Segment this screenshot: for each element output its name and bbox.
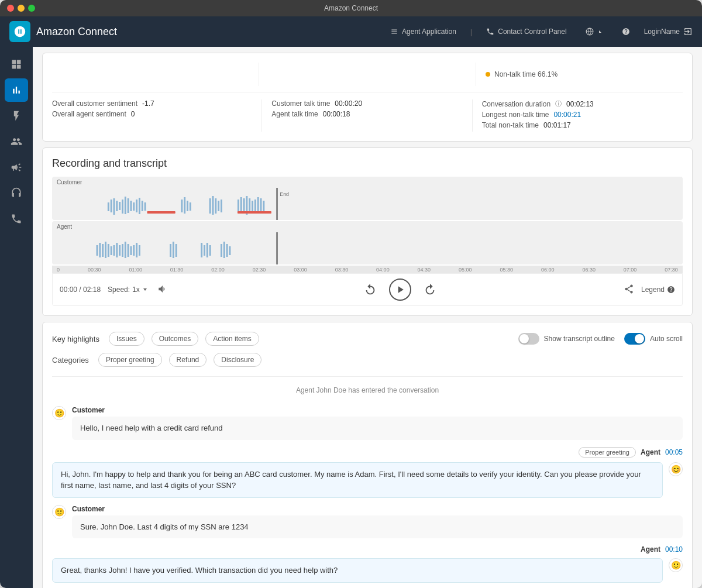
agent-waveform-label: Agent: [52, 221, 683, 232]
share-btn[interactable]: [624, 284, 634, 296]
timeline-mark-10: 05:00: [459, 267, 472, 273]
customer-waveform-label: Customer: [52, 177, 683, 188]
agent-sentiment-label: Overall agent sentiment: [52, 110, 126, 118]
sidebar-item-megaphone[interactable]: [5, 156, 28, 179]
agent-waveform: [52, 232, 683, 264]
transcript-list: Agent John Doe has entered the conversat…: [52, 381, 683, 583]
window-title: Amazon Connect: [324, 4, 378, 12]
sidebar-item-phone[interactable]: [5, 207, 28, 231]
customer-bubble: Hello, I need help with a credit card re…: [72, 417, 683, 440]
tag-issues[interactable]: Issues: [109, 332, 144, 346]
timeline-start: 0: [57, 267, 60, 273]
rewind-btn[interactable]: 10: [361, 280, 380, 299]
maximize-dot[interactable]: [28, 5, 35, 12]
svg-rect-41: [105, 242, 106, 258]
timeline-mark-15: 07:30: [665, 267, 678, 273]
cat-tag-refund[interactable]: Refund: [169, 353, 207, 367]
svg-rect-62: [223, 242, 225, 258]
total-nontalk-label: Total non-talk time: [482, 121, 539, 129]
auto-scroll-toggle[interactable]: [624, 333, 645, 345]
agent-sender-label: Agent: [641, 448, 660, 456]
svg-rect-5: [119, 202, 121, 210]
app-header: Amazon Connect Agent Application | Conta…: [0, 16, 702, 47]
svg-rect-48: [125, 242, 126, 258]
agent-time: 00:05: [665, 448, 683, 456]
svg-rect-15: [181, 200, 183, 212]
volume-btn[interactable]: [157, 284, 168, 296]
sidebar-item-lightning[interactable]: [5, 104, 28, 128]
help-btn[interactable]: [617, 25, 635, 38]
svg-rect-49: [128, 244, 129, 257]
legend-btn[interactable]: Legend: [641, 286, 675, 294]
auto-scroll-label: Auto scroll: [650, 335, 683, 343]
svg-rect-10: [133, 202, 135, 211]
svg-rect-1: [108, 202, 109, 211]
svg-rect-19: [209, 198, 211, 214]
speed-control: Speed: 1x: [108, 286, 148, 294]
tag-outcomes[interactable]: Outcomes: [152, 332, 199, 346]
svg-rect-58: [204, 245, 205, 256]
timeline-mark-4: 02:00: [211, 267, 225, 273]
cat-tag-disclosure[interactable]: Disclosure: [214, 353, 261, 367]
svg-rect-31: [257, 197, 259, 214]
sidebar-item-headset[interactable]: [5, 181, 28, 205]
table-row: Agent 00:10 Great, thanks John! I have y…: [52, 545, 683, 583]
transcript-divider: [52, 376, 683, 377]
non-talk-label: Non-talk time 66.1%: [494, 70, 558, 78]
sentiment-icon-2: 🙂: [52, 505, 66, 519]
cat-tag-greeting[interactable]: Proper greeting: [98, 353, 162, 367]
main-layout: Non-talk time 66.1% Overall customer sen…: [0, 47, 702, 588]
svg-rect-20: [212, 196, 214, 215]
svg-text:End: End: [280, 191, 289, 197]
user-menu[interactable]: LoginName: [644, 27, 693, 36]
svg-rect-57: [201, 243, 202, 257]
timeline: 0 00:30 01:00 01:30 02:00 02:30 03:00 03…: [52, 266, 683, 274]
close-dot[interactable]: [7, 5, 14, 12]
longest-nontalk-label: Longest non-talk time: [482, 111, 549, 119]
time-display: 00:00 / 02:18: [60, 286, 101, 294]
play-btn[interactable]: [389, 278, 411, 301]
meta-tag-greeting: Proper greeting: [579, 447, 636, 458]
svg-rect-8: [128, 198, 129, 213]
contact-panel-btn[interactable]: Contact Control Panel: [481, 25, 571, 38]
svg-rect-17: [187, 201, 188, 211]
svg-rect-12: [139, 198, 140, 214]
logo-icon: [9, 21, 30, 42]
timeline-mark-6: 03:00: [294, 267, 307, 273]
svg-rect-63: [226, 244, 228, 257]
svg-rect-50: [130, 246, 132, 255]
tag-action-items[interactable]: Action items: [205, 332, 259, 346]
svg-rect-46: [119, 245, 121, 256]
globe-btn[interactable]: [581, 25, 608, 38]
message-content-2: Customer Sure. John Doe. Last 4 digits o…: [72, 505, 683, 539]
show-outline-toggle[interactable]: [518, 333, 539, 345]
content-area: Non-talk time 66.1% Overall customer sen…: [33, 47, 702, 588]
timeline-mark-5: 02:30: [253, 267, 266, 273]
customer-sentiment-value: -1.7: [142, 99, 154, 108]
timeline-mark-1: 00:30: [88, 267, 101, 273]
svg-rect-60: [209, 245, 211, 256]
svg-rect-38: [97, 245, 98, 256]
svg-rect-39: [99, 243, 101, 257]
svg-rect-21: [215, 198, 216, 214]
svg-rect-56: [176, 244, 177, 257]
sidebar-item-chart[interactable]: [5, 78, 28, 102]
toggle-thumb: [519, 334, 529, 343]
speed-value[interactable]: 1x: [132, 286, 140, 294]
total-nontalk-value: 00:01:17: [543, 121, 571, 129]
timeline-mark-11: 05:30: [500, 267, 513, 273]
svg-rect-30: [254, 200, 256, 212]
svg-rect-42: [108, 244, 109, 257]
show-outline-label: Show transcript outline: [544, 335, 615, 343]
svg-rect-40: [102, 244, 104, 257]
svg-rect-6: [122, 200, 123, 214]
player-controls: 00:00 / 02:18 Speed: 1x 10: [52, 273, 683, 306]
svg-rect-24: [238, 200, 239, 212]
customer-bubble-2: Sure. John Doe. Last 4 digits of my SSN …: [72, 515, 683, 539]
minimize-dot[interactable]: [18, 5, 25, 12]
sidebar-item-users[interactable]: [5, 130, 28, 153]
forward-btn[interactable]: [421, 280, 439, 299]
customer-talk-label: Customer talk time: [271, 99, 330, 108]
agent-app-btn[interactable]: Agent Application: [386, 25, 461, 38]
sidebar-item-grid[interactable]: [5, 53, 28, 76]
